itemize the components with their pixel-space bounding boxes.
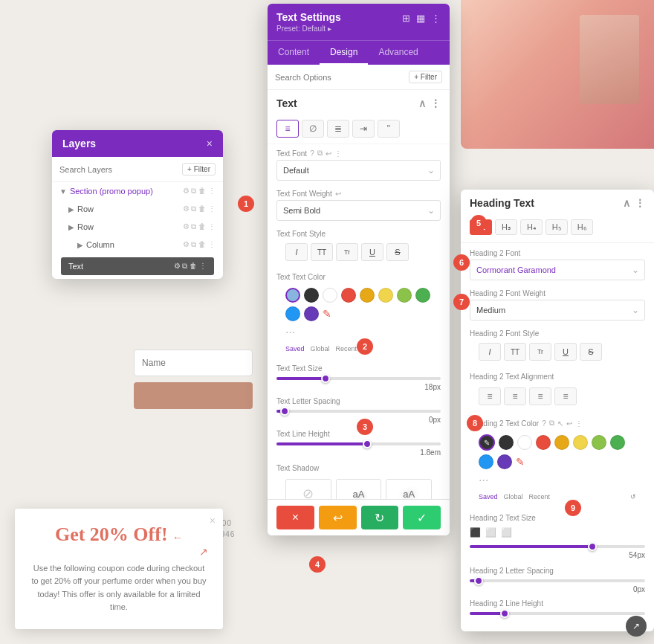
color-picker-button[interactable] xyxy=(285,288,300,303)
h3-button[interactable]: H₃ xyxy=(495,219,517,235)
copy-icon[interactable]: ⧉ xyxy=(317,149,323,158)
help-icon[interactable]: ? xyxy=(542,419,546,428)
swatch-green[interactable] xyxy=(397,288,412,303)
tab-content[interactable]: Content xyxy=(268,41,320,65)
shadow-style-1[interactable]: aA xyxy=(336,479,382,499)
help-icon[interactable]: ? xyxy=(310,149,314,158)
layers-filter-button[interactable]: + Filter xyxy=(182,163,216,176)
swatch-teal[interactable] xyxy=(415,288,430,303)
save-button[interactable]: ✓ xyxy=(403,506,441,529)
swatch-red[interactable] xyxy=(341,288,356,303)
layers-search-input[interactable] xyxy=(59,165,178,174)
global-tab[interactable]: Global xyxy=(311,345,330,352)
panel-filter-button[interactable]: + Filter xyxy=(409,71,442,83)
h2-strikethrough-button[interactable]: S xyxy=(580,343,602,361)
reset-icon[interactable]: ↩ xyxy=(566,419,572,428)
panel-search-input[interactable] xyxy=(275,73,404,82)
more-icon[interactable]: ⋮ xyxy=(334,149,342,158)
tab-advanced[interactable]: Advanced xyxy=(368,41,428,65)
h2-letter-spacing-thumb[interactable] xyxy=(474,576,483,585)
more-options-icon[interactable]: ⋮ xyxy=(430,97,441,109)
h2-letter-spacing-track[interactable] xyxy=(470,579,645,582)
bottom-right-icon[interactable]: ↗ xyxy=(626,616,647,637)
saved-tab[interactable]: Saved xyxy=(285,345,305,352)
desktop-icon[interactable]: ⬛ xyxy=(470,527,481,538)
reset-icon[interactable]: ↩ xyxy=(335,190,341,198)
more-icon[interactable]: ⋮ xyxy=(431,13,441,24)
color-pencil-button[interactable]: ✎ xyxy=(323,308,331,320)
swatch-purple[interactable] xyxy=(304,306,319,321)
swatch-white[interactable] xyxy=(323,288,337,303)
more-icon[interactable]: ⋮ xyxy=(635,197,645,209)
line-height-thumb[interactable] xyxy=(363,439,372,448)
h2-swatch-teal[interactable] xyxy=(610,435,625,450)
shadow-none[interactable]: ⊘ xyxy=(285,479,331,499)
h2-caps-button[interactable]: Tr xyxy=(529,343,551,361)
recent-tab[interactable]: Recent xyxy=(336,345,357,352)
collapse-icon[interactable]: ∧ xyxy=(418,97,426,109)
h5-button[interactable]: H₅ xyxy=(545,219,568,235)
h2-swatch-red[interactable] xyxy=(536,435,551,450)
h2-swatch-green[interactable] xyxy=(592,435,606,450)
layer-item-row-2[interactable]: ▶ Row ⚙ ⧉ 🗑 ⋮ xyxy=(52,218,223,236)
letter-spacing-slider-track[interactable] xyxy=(276,410,441,413)
swatch-blue[interactable] xyxy=(285,306,300,321)
layers-close-button[interactable]: × xyxy=(207,138,213,149)
underline-button[interactable]: U xyxy=(361,243,383,261)
h2-bold-button[interactable]: TT xyxy=(504,343,526,361)
h2-line-height-thumb[interactable] xyxy=(500,609,509,618)
quote-button[interactable]: " xyxy=(378,120,400,138)
h2-refresh-icon[interactable]: ↺ xyxy=(630,493,636,500)
h2-align-center[interactable]: ≡ xyxy=(504,387,526,405)
h2-swatch-blue[interactable] xyxy=(479,454,493,469)
line-height-slider-track[interactable] xyxy=(276,442,441,445)
panel-preset[interactable]: Preset: Default ▸ xyxy=(276,25,341,33)
align-right-button[interactable]: ≣ xyxy=(327,120,349,138)
h2-saved-tab[interactable]: Saved xyxy=(479,493,498,500)
h2-font-weight-select[interactable]: Medium xyxy=(470,300,645,321)
window-icon[interactable]: ⊞ xyxy=(402,13,410,24)
h2-line-height-track[interactable] xyxy=(470,612,645,615)
size-slider-track[interactable] xyxy=(276,377,441,380)
layer-item-text-active[interactable]: Text ⚙ ⧉ 🗑 ⋮ xyxy=(61,257,214,275)
h4-button[interactable]: H₄ xyxy=(520,219,543,235)
h2-swatch-white[interactable] xyxy=(517,435,532,450)
h2-recent-tab[interactable]: Recent xyxy=(529,493,551,500)
swatch-orange[interactable] xyxy=(360,288,375,303)
h2-global-tab[interactable]: Global xyxy=(504,493,523,500)
tab-design[interactable]: Design xyxy=(320,41,368,65)
h2-dots-button[interactable]: ··· xyxy=(470,474,645,492)
more-icon[interactable]: ⋮ xyxy=(575,419,583,428)
mobile-icon[interactable]: ⬜ xyxy=(501,527,512,538)
font-select[interactable]: Default xyxy=(276,160,441,181)
h2-underline-button[interactable]: U xyxy=(554,343,577,361)
submit-button[interactable] xyxy=(134,382,253,409)
layer-item-section[interactable]: ▼ Section (promo popup) ⚙ ⧉ 🗑 ⋮ xyxy=(52,182,223,200)
cancel-button[interactable]: × xyxy=(276,506,314,529)
popup-close-button[interactable]: × xyxy=(210,515,216,527)
cursor-icon[interactable]: ↖ xyxy=(557,419,563,428)
collapse-icon[interactable]: ∧ xyxy=(623,197,630,209)
letter-spacing-thumb[interactable] xyxy=(280,407,289,416)
copy-icon[interactable]: ⧉ xyxy=(549,419,554,428)
font-weight-select[interactable]: Semi Bold xyxy=(276,200,441,221)
h2-italic-button[interactable]: I xyxy=(479,343,501,361)
shadow-style-2[interactable]: aA xyxy=(386,479,432,499)
h2-color-active[interactable]: ✎ xyxy=(479,434,495,451)
layer-item-column[interactable]: ▶ Column ⚙ ⧉ 🗑 ⋮ xyxy=(52,236,223,254)
layer-item-row-1[interactable]: ▶ Row ⚙ ⧉ 🗑 ⋮ xyxy=(52,200,223,218)
undo-button[interactable]: ↩ xyxy=(319,506,357,529)
h2-font-select[interactable]: Cormorant Garamond xyxy=(470,260,645,280)
h2-swatch-purple[interactable] xyxy=(497,454,512,469)
strikethrough-button[interactable]: S xyxy=(386,243,409,261)
caps-button[interactable]: Tr xyxy=(336,243,358,261)
align-justify-button[interactable]: ⇥ xyxy=(352,120,375,138)
swatch-yellow[interactable] xyxy=(378,288,393,303)
redo-button[interactable]: ↻ xyxy=(361,506,399,529)
h2-align-right[interactable]: ≡ xyxy=(529,387,551,405)
h2-align-justify[interactable]: ≡ xyxy=(554,387,577,405)
h2-color-pencil[interactable]: ✎ xyxy=(516,456,525,468)
italic-button[interactable]: I xyxy=(285,243,308,261)
tablet-icon[interactable]: ⬜ xyxy=(485,527,496,538)
h2-size-slider-track[interactable] xyxy=(470,545,645,548)
